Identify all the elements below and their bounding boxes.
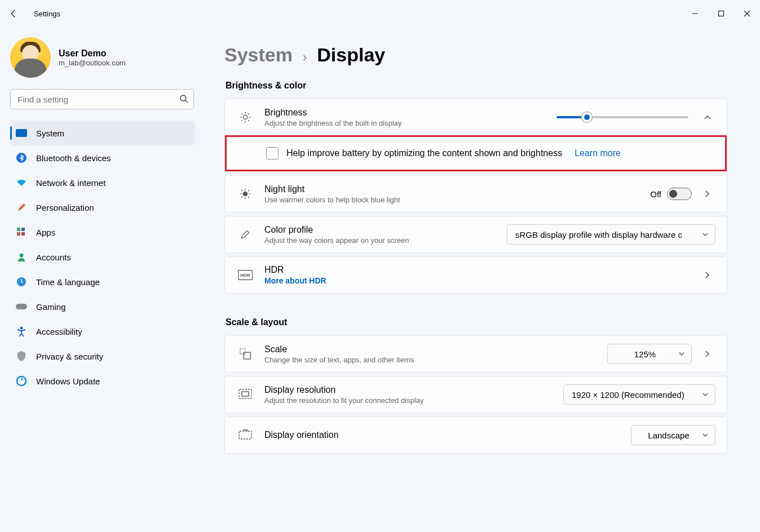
svg-line-20 — [241, 113, 242, 114]
resolution-title: Display resolution — [264, 385, 424, 395]
row-brightness[interactable]: Brightness Adjust the brightness of the … — [225, 99, 727, 135]
search-input[interactable] — [10, 89, 194, 109]
row-resolution[interactable]: Display resolution Adjust the resolution… — [225, 376, 727, 413]
page-title: Display — [317, 44, 385, 66]
user-account-block[interactable]: User Demo m_lab@outlook.com — [10, 37, 195, 78]
chevron-down-icon — [702, 233, 708, 237]
learn-more-link[interactable]: Learn more — [575, 148, 621, 158]
chevron-right-icon — [704, 271, 712, 279]
nav-label: Windows Update — [36, 376, 100, 386]
card-color-profile: Color profile Adjust the way colors appe… — [224, 216, 727, 253]
row-color-profile[interactable]: Color profile Adjust the way colors appe… — [225, 216, 727, 252]
svg-rect-9 — [21, 232, 25, 236]
person-icon — [16, 251, 27, 263]
row-hdr[interactable]: HDR HDR More about HDR — [225, 257, 727, 293]
brightness-slider[interactable] — [556, 116, 688, 118]
nav-item-network[interactable]: Network & internet — [10, 170, 195, 195]
minimize-icon — [692, 10, 699, 17]
svg-rect-12 — [16, 304, 27, 309]
minimize-button[interactable] — [682, 5, 708, 22]
accessibility-icon — [16, 326, 27, 337]
night-light-title: Night light — [264, 184, 400, 194]
breadcrumb-parent[interactable]: System — [224, 44, 293, 66]
orientation-icon — [236, 429, 254, 441]
row-night-light[interactable]: Night light Use warmer colors to help bl… — [225, 176, 727, 212]
scale-expand[interactable] — [700, 350, 715, 358]
apps-icon — [16, 227, 27, 238]
scale-value: 125% — [634, 349, 656, 359]
nav-item-windows-update[interactable]: Windows Update — [10, 369, 195, 393]
scale-dropdown[interactable]: 125% — [607, 344, 692, 364]
chevron-down-icon — [702, 433, 708, 438]
hdr-link[interactable]: More about HDR — [264, 276, 326, 285]
nav-label: Personalization — [36, 203, 94, 212]
user-name: User Demo — [59, 48, 126, 59]
night-light-expand[interactable] — [700, 190, 715, 198]
svg-rect-1 — [719, 11, 724, 16]
display-icon — [16, 127, 27, 139]
resolution-sub: Adjust the resolution to fit your connec… — [264, 396, 424, 405]
back-button[interactable] — [0, 0, 27, 27]
arrow-left-icon — [9, 9, 18, 18]
close-button[interactable] — [734, 5, 760, 22]
svg-rect-37 — [239, 389, 251, 398]
nav-list: System Bluetooth & devices Network & int… — [10, 121, 195, 393]
resolution-icon — [236, 389, 254, 400]
svg-line-22 — [241, 120, 242, 121]
svg-rect-6 — [17, 228, 20, 231]
night-light-toggle[interactable] — [667, 188, 692, 200]
battery-optimize-checkbox[interactable] — [266, 147, 279, 159]
nav-item-accessibility[interactable]: Accessibility — [10, 319, 195, 344]
nav-item-system[interactable]: System — [10, 121, 195, 145]
orientation-title: Display orientation — [264, 430, 339, 440]
row-scale[interactable]: Scale Change the size of text, apps, and… — [225, 336, 727, 372]
svg-line-3 — [185, 100, 188, 103]
search-icon — [179, 94, 188, 103]
scale-title: Scale — [264, 344, 414, 354]
svg-line-31 — [241, 197, 242, 198]
nav-item-gaming[interactable]: Gaming — [10, 294, 195, 319]
sidebar: User Demo m_lab@outlook.com System Bluet… — [0, 27, 203, 532]
battery-optimize-text: Help improve battery by optimizing the c… — [286, 148, 562, 158]
close-icon — [744, 10, 750, 17]
chevron-down-icon — [679, 352, 684, 357]
color-profile-title: Color profile — [264, 225, 409, 235]
nav-label: System — [36, 128, 64, 138]
card-hdr: HDR HDR More about HDR — [224, 256, 727, 294]
svg-rect-35 — [240, 349, 245, 354]
nav-label: Privacy & security — [36, 352, 103, 361]
svg-line-23 — [248, 113, 249, 114]
nav-item-apps[interactable]: Apps — [10, 220, 195, 245]
nav-item-bluetooth[interactable]: Bluetooth & devices — [10, 145, 195, 170]
svg-line-30 — [248, 197, 249, 198]
brightness-title: Brightness — [264, 108, 402, 118]
card-scale: Scale Change the size of text, apps, and… — [224, 335, 727, 373]
svg-line-32 — [248, 190, 249, 191]
breadcrumb: System › Display — [224, 44, 727, 66]
nav-item-privacy[interactable]: Privacy & security — [10, 344, 195, 369]
nav-label: Network & internet — [36, 178, 105, 188]
collapse-button[interactable] — [700, 113, 715, 121]
color-profile-dropdown[interactable]: sRGB display profile with display hardwa… — [507, 224, 715, 245]
wifi-icon — [16, 177, 27, 188]
nav-label: Bluetooth & devices — [36, 153, 111, 163]
svg-rect-39 — [239, 431, 251, 439]
orientation-value: Landscape — [648, 431, 689, 440]
window-title: Settings — [34, 10, 60, 18]
brightness-sub: Adjust the brightness of the built-in di… — [264, 119, 402, 127]
orientation-dropdown[interactable]: Landscape — [631, 425, 715, 445]
resolution-dropdown[interactable]: 1920 × 1200 (Recommended) — [563, 384, 715, 405]
user-email: m_lab@outlook.com — [59, 59, 126, 67]
nav-item-accounts[interactable]: Accounts — [10, 245, 195, 269]
nav-item-time-language[interactable]: Time & language — [10, 269, 195, 294]
card-resolution: Display resolution Adjust the resolution… — [224, 376, 727, 413]
night-light-state: Off — [650, 189, 661, 199]
card-night-light: Night light Use warmer colors to help bl… — [224, 175, 727, 212]
nav-item-personalization[interactable]: Personalization — [10, 195, 195, 220]
row-orientation[interactable]: Display orientation Landscape — [225, 417, 727, 453]
scale-sub: Change the size of text, apps, and other… — [264, 356, 414, 364]
hdr-expand[interactable] — [700, 271, 715, 279]
maximize-button[interactable] — [708, 5, 734, 22]
svg-text:HDR: HDR — [240, 273, 250, 278]
nav-label: Apps — [36, 228, 55, 237]
